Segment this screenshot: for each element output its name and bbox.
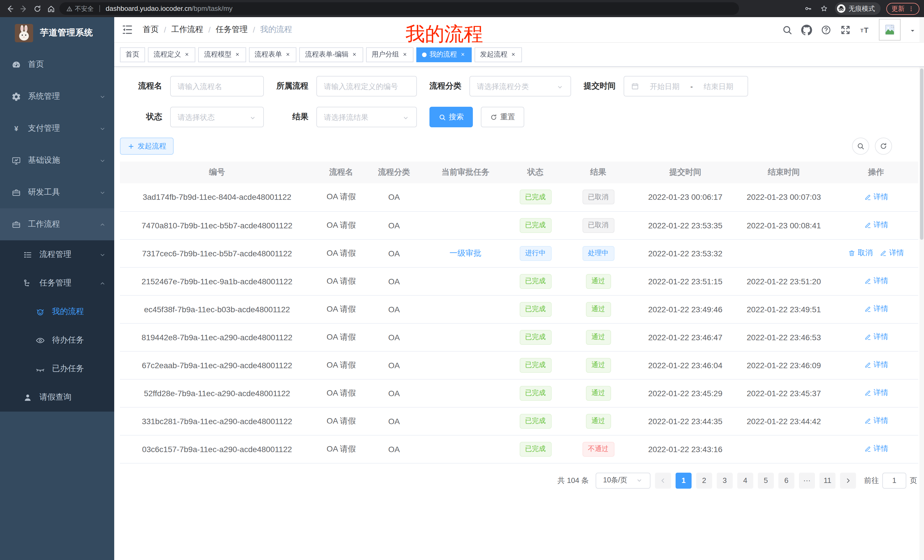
reset-button[interactable]: 重置 xyxy=(481,107,524,127)
tab-close-icon[interactable]: × xyxy=(184,51,190,58)
search-button[interactable]: 搜索 xyxy=(429,107,473,127)
cell-submit-time: 2022-01-22 23:46:47 xyxy=(637,323,734,351)
current-task-link[interactable]: 一级审批 xyxy=(449,248,482,257)
breadcrumb-item[interactable]: 任务管理 xyxy=(216,24,248,35)
tabs-bar: 首页流程定义×流程模型×流程表单×流程表单-编辑×用户分组×我的流程×发起流程× xyxy=(114,43,924,67)
page-size-select[interactable] xyxy=(596,472,651,488)
tab-process-def[interactable]: 流程定义× xyxy=(148,47,196,62)
page-button-5[interactable]: 5 xyxy=(758,472,774,488)
sidebar-item-workflow[interactable]: 工作流程 xyxy=(0,208,114,240)
not-secure-badge[interactable]: 不安全 xyxy=(66,4,94,13)
breadcrumb-item[interactable]: 首页 xyxy=(143,24,159,35)
result-tag: 不通过 xyxy=(582,442,614,457)
cell-current-task xyxy=(420,407,511,435)
browser-forward-icon[interactable] xyxy=(18,3,28,14)
page-button-1[interactable]: 1 xyxy=(676,472,692,488)
prev-page-button[interactable] xyxy=(655,472,671,488)
sidebar-item-task-mgmt[interactable]: 任务管理 xyxy=(0,269,114,297)
detail-link[interactable]: 详情 xyxy=(864,388,888,398)
github-icon[interactable] xyxy=(801,24,812,35)
browser-update-button[interactable]: 更新 xyxy=(886,3,920,15)
op-label: 详情 xyxy=(873,192,888,202)
jump-page-input[interactable] xyxy=(885,476,903,485)
detail-link[interactable]: 详情 xyxy=(864,444,888,454)
page-button-11[interactable]: 11 xyxy=(819,472,836,488)
page-button-4[interactable]: 4 xyxy=(737,472,753,488)
status-select[interactable] xyxy=(178,113,247,121)
process-definition-input[interactable] xyxy=(324,82,410,90)
password-key-icon[interactable] xyxy=(803,3,813,14)
sidebar-fold-icon[interactable] xyxy=(121,23,134,36)
sidebar-item-done-task[interactable]: 已办任务 xyxy=(0,355,114,383)
cell-process-name: OA 请假 xyxy=(314,407,368,435)
sidebar-item-payment[interactable]: ¥支付管理 xyxy=(0,112,114,144)
tab-my-process[interactable]: 我的流程× xyxy=(416,47,471,62)
end-date-input[interactable] xyxy=(696,82,741,90)
avatar-dropdown-caret-icon[interactable] xyxy=(909,26,916,33)
address-bar[interactable]: 不安全 dashboard.yudao.iocoder.cn/bpm/task/… xyxy=(59,2,739,15)
detail-link[interactable]: 详情 xyxy=(864,304,888,314)
app-logo[interactable]: 芋道管理系统 xyxy=(0,17,114,48)
sidebar-item-home[interactable]: 首页 xyxy=(0,48,114,81)
cell-current-task xyxy=(420,211,511,239)
detail-link[interactable]: 详情 xyxy=(864,332,888,342)
sidebar-item-my-process[interactable]: 我的流程 xyxy=(0,297,114,326)
tab-home[interactable]: 首页 xyxy=(120,47,145,62)
browser-home-icon[interactable] xyxy=(46,3,56,14)
browser-back-icon[interactable] xyxy=(4,3,15,14)
tab-close-icon[interactable]: × xyxy=(351,51,357,58)
sidebar-item-leave-query[interactable]: 请假查询 xyxy=(0,383,114,412)
show-search-button[interactable] xyxy=(852,138,869,155)
detail-link[interactable]: 详情 xyxy=(864,360,888,370)
page-scrollbar[interactable] xyxy=(920,17,924,560)
sidebar-item-infra[interactable]: 基础设施 xyxy=(0,144,114,177)
date-range-picker[interactable]: - xyxy=(624,76,748,96)
detail-link[interactable]: 详情 xyxy=(864,276,888,286)
tab-user-group[interactable]: 用户分组× xyxy=(366,47,414,62)
next-page-button[interactable] xyxy=(840,472,856,488)
browser-reload-icon[interactable] xyxy=(32,3,42,14)
page-button-6[interactable]: 6 xyxy=(778,472,794,488)
breadcrumb-item[interactable]: 工作流程 xyxy=(171,24,203,35)
trash-icon xyxy=(848,250,855,257)
result-select[interactable] xyxy=(324,113,400,121)
fullscreen-icon[interactable] xyxy=(840,24,851,35)
table-row: 2152467e-7b9b-11ec-9a1b-acde48001122OA 请… xyxy=(120,267,918,295)
cancel-link[interactable]: 取消 xyxy=(848,248,873,258)
help-icon[interactable] xyxy=(820,24,831,35)
detail-link[interactable]: 详情 xyxy=(879,248,904,258)
tab-close-icon[interactable]: × xyxy=(285,51,291,58)
font-size-icon[interactable]: TT xyxy=(860,24,870,35)
sidebar-item-todo-task[interactable]: 待办任务 xyxy=(0,326,114,355)
bookmark-star-icon[interactable] xyxy=(819,3,829,14)
sidebar-item-system[interactable]: 系统管理 xyxy=(0,81,114,112)
scrollbar-thumb[interactable] xyxy=(920,69,923,240)
sidebar-item-devtools[interactable]: 研发工具 xyxy=(0,177,114,208)
tab-close-icon[interactable]: × xyxy=(402,51,408,58)
process-category-select[interactable] xyxy=(477,82,554,90)
create-process-button[interactable]: 发起流程 xyxy=(120,138,174,155)
tab-process-model[interactable]: 流程模型× xyxy=(198,47,246,62)
detail-link[interactable]: 详情 xyxy=(864,416,888,426)
cell-operations: 详情 xyxy=(834,267,918,295)
page-button-3[interactable]: 3 xyxy=(717,472,733,488)
tab-close-icon[interactable]: × xyxy=(234,51,240,58)
refresh-table-button[interactable] xyxy=(875,138,892,155)
search-icon[interactable] xyxy=(782,24,793,35)
detail-link[interactable]: 详情 xyxy=(864,220,888,231)
tab-process-form[interactable]: 流程表单× xyxy=(249,47,297,62)
sidebar-item-process-mgmt[interactable]: 流程管理 xyxy=(0,240,114,269)
tab-close-icon[interactable]: × xyxy=(460,51,466,58)
tab-label: 流程模型 xyxy=(204,49,232,59)
briefcase-icon xyxy=(11,187,21,197)
svg-text:¥: ¥ xyxy=(14,124,18,132)
page-button-2[interactable]: 2 xyxy=(696,472,712,488)
detail-link[interactable]: 详情 xyxy=(864,192,888,202)
tab-start-process[interactable]: 发起流程× xyxy=(474,47,522,62)
tab-form-edit[interactable]: 流程表单-编辑× xyxy=(300,47,363,62)
start-date-input[interactable] xyxy=(642,82,687,90)
tab-close-icon[interactable]: × xyxy=(510,51,516,58)
avatar[interactable] xyxy=(879,19,901,40)
process-name-input[interactable] xyxy=(178,82,256,90)
page-ellipsis[interactable]: ··· xyxy=(799,472,815,488)
